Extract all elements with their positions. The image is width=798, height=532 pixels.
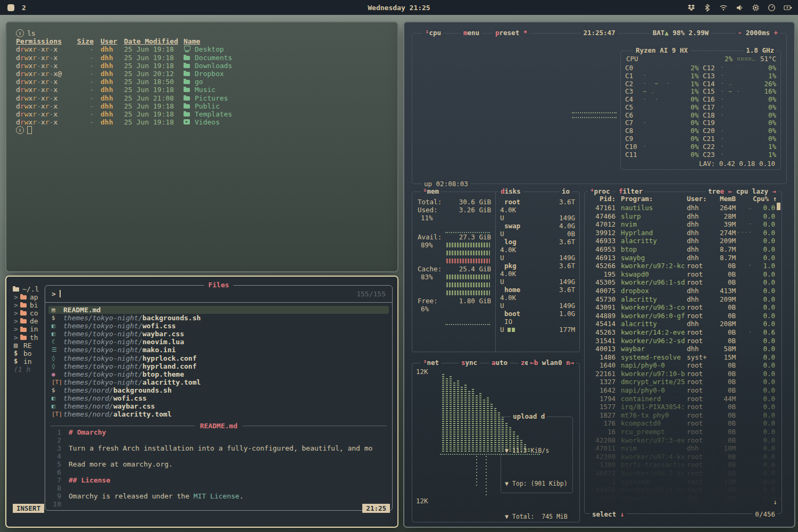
tree-item-label[interactable]: in [30, 325, 38, 333]
picker-item[interactable]: ◧ themes/tokyo-night/ wofi.css [48, 322, 389, 330]
header-cpu[interactable]: Cpu% ↑ [753, 195, 775, 203]
picker-item[interactable]: ◧ themes/nord/ wofi.css [48, 394, 389, 402]
picker-item-file[interactable]: backgrounds.sh [143, 314, 201, 322]
process-row[interactable]: 16 rcu_preempt root 0B 0.0 [588, 428, 775, 436]
picker-item-file[interactable]: neovim.lua [143, 338, 184, 346]
proc-box-title[interactable]: ⁴proc [588, 187, 612, 195]
tree-item[interactable]: > de [13, 317, 47, 325]
cpu-chip-icon[interactable] [752, 4, 760, 12]
process-row[interactable]: 22161 kworker/u97:10-b root 0B 0.0 [588, 370, 775, 378]
process-row[interactable]: 31541 kworker/u96:2-sd root 0B 0.0 [588, 337, 775, 345]
picker-item-file[interactable]: wofi.css [113, 394, 147, 402]
process-row[interactable]: 40075 dropbox dhh 413M 0.0 [588, 287, 775, 295]
proc-sort-nav[interactable]: ← cpu lazy → [726, 187, 778, 195]
process-row[interactable]: 195 kswapd0 root 0B 0.0 [588, 270, 775, 279]
chevron-right-icon[interactable]: > [14, 325, 20, 333]
prompt-line-empty[interactable]: ❯ [16, 126, 397, 134]
tree-item[interactable]: (1 h [13, 365, 47, 373]
picker-item-file[interactable]: hyprlock.conf [143, 354, 197, 362]
tree-item-label[interactable]: bi [30, 301, 38, 309]
tree-item[interactable]: ▤ RE [13, 342, 47, 350]
picker-item-file[interactable]: wofi.css [143, 322, 176, 330]
volume-icon[interactable] [736, 4, 744, 12]
tree-item-label[interactable]: ap [30, 293, 38, 301]
process-row[interactable]: 45263 kworker/14:2-eve root 0B · 0.6 [588, 328, 775, 337]
process-row[interactable]: 39912 Hyprland dhh 274M ···· 0.0 [588, 229, 775, 237]
process-row[interactable]: 1827 mt76-tx phy0 root 0B 0.0 [588, 411, 775, 420]
prompt-line[interactable]: ❯ls [16, 29, 397, 37]
gauge-icon[interactable] [768, 4, 776, 12]
tree-item-label[interactable]: de [30, 317, 38, 325]
header-user[interactable]: User: [687, 195, 712, 203]
wifi-icon[interactable] [719, 4, 728, 12]
process-row[interactable]: 43091 kworker/u96:3-co root 0B 0.0 [588, 303, 775, 312]
picker-item[interactable]: ◧ themes/nord/ waybar.css [48, 402, 389, 410]
process-row[interactable]: 46072 kworker/u98:2-kc root 0B 0.0 [588, 469, 775, 478]
process-row[interactable]: 1642 napi/phy0-0 root 0B 0.0 [588, 386, 775, 395]
tree-item-label[interactable]: ~/.l [22, 285, 39, 293]
process-row[interactable]: 176 kcompactd0 root 0B 0.0 [588, 419, 775, 428]
picker-item[interactable]: [T] themes/tokyo-night/ alacritty.toml [48, 378, 389, 386]
process-row[interactable]: 1845 pipewire dhh 10M 0.0 [588, 494, 775, 503]
workspace-switcher[interactable]: 2 [7, 4, 26, 12]
process-row[interactable]: 1380 btrfs-transactio root 0B 0.0 [588, 461, 775, 469]
process-row[interactable]: 1640 napi/phy0-0 root 0B 0.0 [588, 361, 775, 370]
update-interval-control[interactable]: - 2000ms + [736, 29, 780, 37]
picker-item[interactable]: ◊ themes/tokyo-night/ hyprland.conf [48, 362, 389, 370]
proc-scrollbar-thumb[interactable] [777, 203, 780, 210]
picker-item[interactable]: ◊ themes/tokyo-night/ hyprlock.conf [48, 354, 389, 362]
process-row[interactable]: 44889 kworker/u96:0-gf root 0B 0.0 [588, 312, 775, 320]
proc-filter-button[interactable]: filter [617, 187, 645, 195]
process-row[interactable]: 47161 nautilus dhh 264M ‥ 0.0 [588, 204, 775, 212]
process-row[interactable]: 1577 irq/81-PIXA3854: root 0B 0.0 [588, 403, 775, 411]
picker-item[interactable]: ◧ themes/tokyo-night/ waybar.css [48, 330, 389, 338]
tree-item-label[interactable]: in [23, 358, 32, 365]
process-row[interactable]: 1486 systemd-resolve syst+ 15M 0.0 [588, 353, 775, 362]
picker-item-file[interactable]: backgrounds.sh [113, 386, 172, 394]
process-row[interactable]: 46913 swaybg dhh 8.7M 0.0 [588, 254, 775, 262]
picker-item[interactable]: ◉ themes/tokyo-night/ btop.theme [48, 370, 389, 378]
picker-item-file[interactable]: alacritty.toml [113, 410, 172, 418]
dropbox-icon[interactable] [687, 4, 695, 12]
process-row[interactable]: 45266 kworker/u97:2-kc root 0B · 1.0 [588, 262, 775, 270]
tree-item[interactable]: > in [13, 325, 47, 333]
picker-item-file[interactable]: mako.ini [143, 346, 176, 354]
tree-item-label[interactable]: (1 h [14, 365, 30, 373]
tree-item[interactable]: > bi [13, 301, 47, 309]
picker-item[interactable]: ☰ themes/tokyo-night/ mako.ini [48, 346, 389, 354]
tree-item[interactable]: $ bo [13, 350, 47, 358]
picker-search-input[interactable]: > 155/155 [45, 286, 392, 302]
select-hint[interactable]: select ↓ [590, 510, 626, 518]
tree-item-label[interactable]: bo [23, 350, 32, 358]
net-box-title[interactable]: ³net [421, 359, 441, 367]
battery-icon[interactable] [784, 4, 793, 12]
process-row[interactable]: 46953 btop dhh 8.7M 0.0 [588, 245, 775, 254]
process-row[interactable]: 1794 containerd root 44M 0.0 [588, 395, 775, 403]
scroll-down-icon[interactable]: ↓ [773, 498, 777, 506]
process-row[interactable]: 40013 waybar dhh 58M 0.0 [588, 345, 775, 353]
menu-button[interactable]: menu [461, 29, 481, 37]
process-row[interactable]: 47011 nvim dhh 10M 0.0 [588, 444, 775, 453]
preset-button[interactable]: preset * [493, 29, 529, 37]
tree-item[interactable]: ~/.l [13, 285, 47, 293]
chevron-right-icon[interactable]: > [14, 317, 20, 325]
chevron-right-icon[interactable]: > [14, 293, 20, 301]
picker-item-file[interactable]: README.md [63, 306, 101, 314]
tree-item[interactable]: > ap [13, 293, 47, 301]
chevron-right-icon[interactable]: > [14, 309, 20, 317]
picker-item[interactable]: [T] themes/nord/ alacritty.toml [48, 410, 389, 418]
header-pid[interactable]: Pid: [588, 195, 616, 203]
bluetooth-icon[interactable] [703, 4, 711, 12]
process-row[interactable]: 45414 alacritty dhh 208M 0.0 [588, 320, 775, 328]
picker-item[interactable]: ▤ README.md [48, 306, 389, 314]
process-row[interactable]: 44956 kworker/u97:1-kc root 0B 0.0 [588, 486, 775, 494]
net-interface-selector[interactable]: ←b wlan0 n→ [528, 359, 576, 367]
process-row[interactable]: 47466 slurp dhh 28M 0.0 [588, 212, 775, 221]
header-program[interactable]: Program: [621, 195, 687, 203]
process-row[interactable]: 45305 kworker/u96:1-sd root 0B 0.0 [588, 278, 775, 287]
workspace-active-icon[interactable] [7, 4, 14, 11]
workspace-number[interactable]: 2 [22, 4, 26, 12]
tree-item[interactable]: > th [13, 334, 47, 342]
picker-item[interactable]: $ themes/tokyo-night/ backgrounds.sh [48, 314, 389, 322]
picker-item[interactable]: ☾ themes/tokyo-night/ neovim.lua [48, 338, 389, 346]
